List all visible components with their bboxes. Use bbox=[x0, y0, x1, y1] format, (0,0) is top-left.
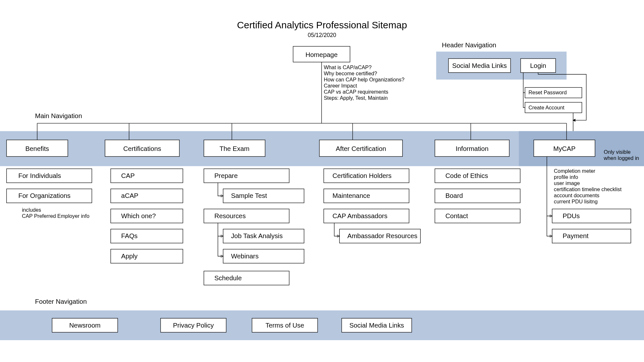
mycap-note-5: current PDU lisitng bbox=[554, 199, 598, 204]
page-title: Certified Analytics Professional Sitemap bbox=[237, 20, 407, 30]
benefits-note-0: includes bbox=[22, 207, 41, 213]
mycap-note-4: account documents bbox=[554, 192, 599, 198]
svg-text:Certification Holders: Certification Holders bbox=[333, 172, 392, 179]
svg-text:Ambassador Resources: Ambassador Resources bbox=[347, 232, 417, 239]
svg-text:The Exam: The Exam bbox=[220, 145, 250, 152]
svg-text:Privacy Policy: Privacy Policy bbox=[173, 322, 214, 329]
reset-password-label: Reset Password bbox=[528, 89, 567, 95]
svg-text:Terms of Use: Terms of Use bbox=[266, 322, 304, 329]
mycap-note-2: user image bbox=[554, 180, 580, 186]
login-label: Login bbox=[530, 62, 546, 69]
svg-text:Maintenance: Maintenance bbox=[333, 192, 370, 199]
svg-text:Contact: Contact bbox=[445, 212, 468, 219]
social-media-label: Social Media Links bbox=[452, 62, 507, 69]
header-nav-label: Header Navigation bbox=[442, 42, 496, 49]
benefits-note-1: CAP Preferred Employer info bbox=[22, 213, 90, 219]
svg-text:Sample Test: Sample Test bbox=[231, 192, 267, 199]
homepage-note-5: Steps: Apply, Test, Maintain bbox=[324, 95, 388, 101]
svg-text:aCAP: aCAP bbox=[121, 192, 138, 199]
main-nav-label: Main Navigation bbox=[35, 112, 82, 119]
svg-text:Information: Information bbox=[456, 145, 488, 152]
svg-text:Prepare: Prepare bbox=[214, 172, 238, 179]
homepage-label: Homepage bbox=[306, 51, 338, 58]
svg-text:CAP Ambassadors: CAP Ambassadors bbox=[333, 212, 388, 219]
logged-in-note-1: when logged in bbox=[603, 155, 639, 161]
svg-text:PDUs: PDUs bbox=[563, 212, 580, 219]
mycap-note-3: certification timeline checklist bbox=[554, 186, 622, 192]
svg-text:Code of Ethics: Code of Ethics bbox=[445, 172, 488, 179]
svg-text:Board: Board bbox=[445, 192, 463, 199]
homepage-note-3: Career Impact bbox=[324, 83, 357, 88]
create-account-label: Create Account bbox=[528, 105, 564, 110]
svg-text:Benefits: Benefits bbox=[25, 145, 49, 152]
logged-in-note-0: Only visible bbox=[604, 149, 630, 155]
svg-text:Which one?: Which one? bbox=[121, 212, 156, 219]
svg-text:Apply: Apply bbox=[121, 253, 138, 260]
sitemap-diagram: Certified Analytics Professional Sitemap… bbox=[0, 0, 644, 362]
mycap-note-1: profile info bbox=[554, 174, 578, 180]
footer-label: Footer Navigation bbox=[35, 298, 87, 305]
svg-text:Webinars: Webinars bbox=[231, 253, 259, 260]
homepage-note-4: CAP vs aCAP requirements bbox=[324, 89, 388, 95]
svg-text:After Certification: After Certification bbox=[336, 145, 386, 152]
svg-text:CAP: CAP bbox=[121, 172, 135, 179]
svg-text:FAQs: FAQs bbox=[121, 232, 137, 239]
svg-text:For Organizations: For Organizations bbox=[18, 192, 71, 199]
homepage-note-2: How can CAP help Organizations? bbox=[324, 77, 404, 82]
page-date: 05/12/2020 bbox=[308, 32, 336, 38]
svg-text:For Individuals: For Individuals bbox=[18, 172, 61, 179]
homepage-note-1: Why become certified? bbox=[324, 70, 377, 76]
svg-text:Schedule: Schedule bbox=[214, 274, 242, 282]
mycap-note-0: Completion meter bbox=[554, 168, 595, 174]
svg-text:Certifications: Certifications bbox=[123, 145, 161, 152]
svg-text:Job Task Analysis: Job Task Analysis bbox=[231, 232, 282, 239]
svg-text:Payment: Payment bbox=[563, 232, 589, 239]
svg-text:Resources: Resources bbox=[214, 212, 246, 219]
homepage-note-0: What is CAP/aCAP? bbox=[324, 64, 372, 70]
svg-text:Newsroom: Newsroom bbox=[69, 322, 100, 329]
svg-text:MyCAP: MyCAP bbox=[553, 145, 575, 152]
svg-text:Social Media Links: Social Media Links bbox=[349, 322, 404, 329]
